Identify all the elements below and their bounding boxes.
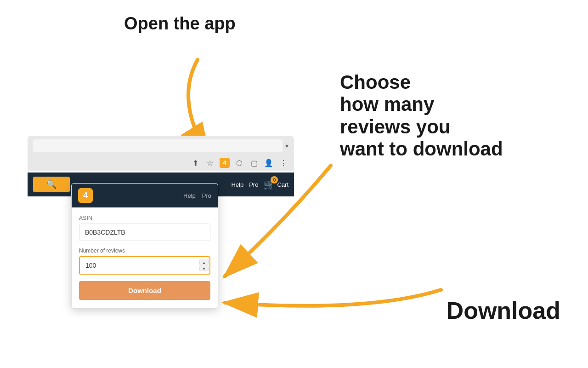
- search-icon: 🔍: [46, 179, 57, 190]
- reviews-input[interactable]: [79, 256, 210, 275]
- extensions-icon[interactable]: ⬡: [234, 158, 244, 168]
- spinner-down-button[interactable]: ▼: [199, 266, 209, 271]
- share-icon[interactable]: ⬆: [190, 158, 200, 168]
- more-icon[interactable]: ⋮: [278, 158, 288, 168]
- star-icon[interactable]: ☆: [205, 158, 215, 168]
- browser-chrome: ▾: [28, 136, 294, 156]
- browser-toolbar: ⬆ ☆ 4 ⬡ ▢ 👤 ⋮: [28, 155, 294, 171]
- reviews-label: Number of reviews: [79, 247, 210, 254]
- spinner-buttons: ▲ ▼: [199, 260, 209, 271]
- url-bar[interactable]: [33, 139, 283, 152]
- extension-popup: 4 Help Pro ASIN Number of reviews ▲ ▼ Do…: [71, 183, 218, 309]
- extension-4-icon[interactable]: 4: [220, 158, 230, 168]
- search-button[interactable]: 🔍: [33, 177, 70, 192]
- cart-area[interactable]: 🛒 0 Cart: [264, 179, 288, 190]
- cart-label: Cart: [277, 181, 288, 188]
- chevron-down-icon: ▾: [285, 142, 288, 150]
- pro-nav-link[interactable]: Pro: [249, 181, 258, 188]
- spinner-up-button[interactable]: ▲: [199, 260, 209, 265]
- popup-pro-link[interactable]: Pro: [202, 192, 211, 199]
- download-button[interactable]: Download: [79, 281, 210, 300]
- popup-help-link[interactable]: Help: [183, 192, 196, 199]
- help-nav-link[interactable]: Help: [231, 181, 243, 188]
- download-label: Download: [447, 297, 560, 324]
- choose-label: Choose how many reviews you want to down…: [340, 71, 551, 160]
- asin-label: ASIN: [79, 215, 210, 221]
- popup-body: ASIN Number of reviews ▲ ▼ Download: [72, 207, 218, 308]
- reviews-input-wrapper: ▲ ▼: [79, 256, 210, 275]
- popup-nav: Help Pro: [183, 192, 211, 199]
- asin-input[interactable]: [79, 224, 210, 241]
- popup-header: 4 Help Pro: [72, 184, 218, 207]
- open-app-label: Open the app: [124, 14, 236, 34]
- pip-icon[interactable]: ▢: [249, 158, 259, 168]
- profile-icon[interactable]: 👤: [264, 158, 274, 168]
- popup-logo: 4: [78, 188, 93, 203]
